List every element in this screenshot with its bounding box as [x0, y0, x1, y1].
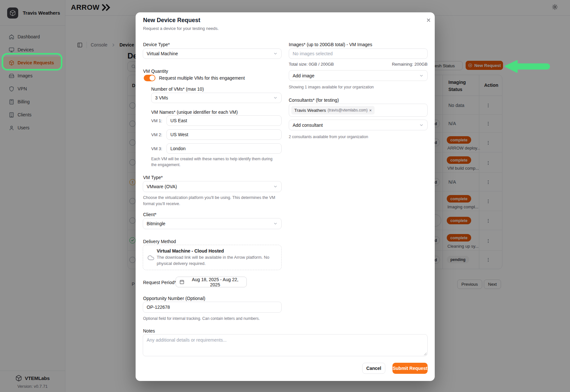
resize-grip-icon[interactable]: [424, 352, 427, 356]
modal-title: New Device Request: [143, 17, 200, 24]
consultants-helper: 2 consultants available from your organi…: [289, 134, 428, 140]
notes-label: Notes: [143, 328, 155, 333]
vm3-name-field[interactable]: [166, 143, 282, 154]
vm-names-helper: Each VM will be created with these names…: [151, 156, 275, 168]
consultant-email: (travis@vtemlabs.com): [328, 108, 368, 112]
vm-count-label: Number of VMs* (max 10): [151, 86, 204, 92]
close-icon: [426, 18, 433, 23]
client-select[interactable]: Bitmingle: [143, 218, 282, 229]
chevron-down-icon: [419, 123, 424, 127]
consultant-name: Travis Weathers: [294, 108, 326, 113]
vm-type-helper: Choose the virtualization platform you'l…: [143, 195, 281, 207]
vm3-label: VM 3:: [151, 146, 162, 151]
consultant-chip: Travis Weathers (travis@vtemlabs.com) ×: [291, 106, 375, 114]
vm2-name-field[interactable]: [166, 129, 282, 140]
consultants-field[interactable]: Travis Weathers (travis@vtemlabs.com) ×: [289, 104, 428, 117]
vm1-name-field[interactable]: [166, 115, 282, 126]
vm-quantity-label: VM Quantity: [143, 69, 168, 74]
images-label: Images* (up to 200GB total) - VM Images: [289, 42, 372, 47]
vm-type-label: VM Type*: [143, 175, 163, 180]
chevron-down-icon: [273, 96, 278, 100]
toggle-label: Request multiple VMs for this engagement: [159, 75, 245, 81]
chevron-down-icon: [273, 184, 278, 189]
request-period-label: Request Period*: [143, 280, 176, 285]
images-remaining: Remaining: 200GB: [289, 62, 428, 67]
client-label: Client*: [143, 212, 156, 217]
vm1-label: VM 1:: [151, 118, 162, 123]
close-button[interactable]: [426, 17, 433, 24]
consultants-label: Consultants* (for testing): [289, 98, 339, 103]
vm-count-select[interactable]: 3 VMs: [151, 93, 282, 103]
remove-consultant-button[interactable]: ×: [369, 108, 372, 113]
calendar-icon: [179, 280, 184, 284]
device-type-select[interactable]: Virtual Machine: [143, 48, 282, 59]
images-field[interactable]: [289, 48, 428, 59]
images-helper: Showing 1 images available for your orga…: [289, 84, 428, 90]
delivery-method-label: Delivery Method: [143, 239, 176, 244]
delivery-description: The download link will be available in t…: [157, 255, 271, 267]
cancel-button[interactable]: Cancel: [362, 363, 385, 374]
add-consultant-select[interactable]: Add consultant: [289, 120, 428, 130]
chevron-down-icon: [419, 73, 424, 78]
delivery-method-card: Virtual Machine - Cloud Hosted The downl…: [143, 245, 282, 270]
opportunity-field[interactable]: [143, 302, 282, 313]
vm-names-label: VM Names* (unique identifier for each VM…: [151, 110, 238, 115]
delivery-title: Virtual Machine - Cloud Hosted: [157, 248, 224, 254]
chevron-down-icon: [273, 221, 278, 226]
notes-textarea[interactable]: [143, 334, 428, 356]
vm2-label: VM 2:: [151, 132, 162, 137]
device-type-label: Device Type*: [143, 42, 170, 47]
vm-type-select[interactable]: VMware (OVA): [143, 181, 282, 192]
request-period-button[interactable]: Aug 18, 2025 - Aug 22, 2025: [176, 277, 247, 287]
submit-request-button[interactable]: Submit Request: [392, 363, 428, 374]
add-image-select[interactable]: Add image: [289, 70, 428, 81]
chevron-down-icon: [273, 51, 278, 56]
multiple-vms-toggle[interactable]: [144, 75, 155, 81]
cloud-icon: [147, 254, 154, 261]
modal-subtitle: Request a device for your testing needs.: [143, 26, 219, 31]
opportunity-helper: Optional field for internal tracking. Ca…: [143, 316, 281, 321]
opportunity-label: Opportunity Number (Optional): [143, 296, 205, 301]
new-device-request-modal: New Device Request Request a device for …: [136, 12, 435, 381]
